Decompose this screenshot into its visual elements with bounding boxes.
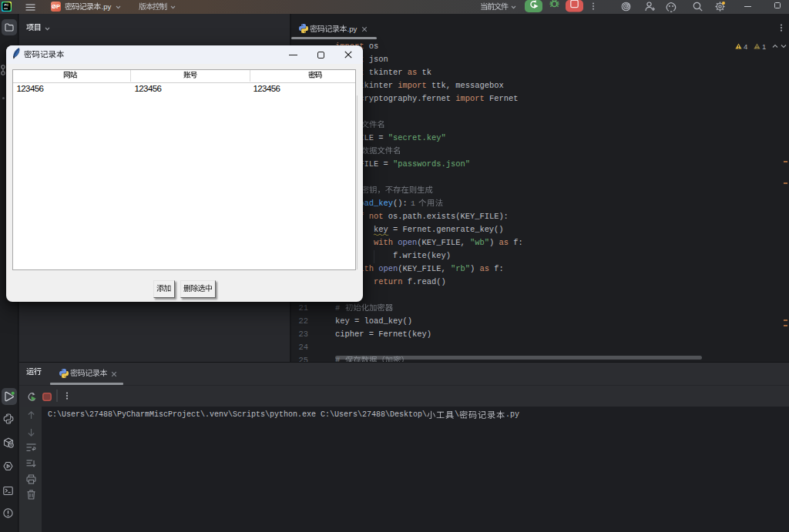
svg-text:PC: PC xyxy=(5,3,9,7)
